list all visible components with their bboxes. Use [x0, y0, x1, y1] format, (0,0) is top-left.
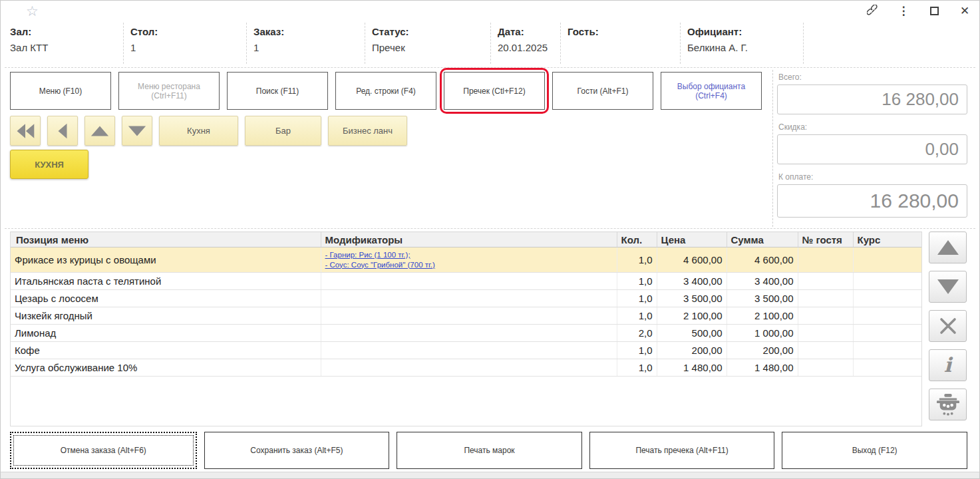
field-waiter: Официант: Белкина А. Г.	[687, 23, 804, 64]
toolbar: Меню (F10) Меню ресторана (Ctrl+F11) Пои…	[10, 72, 762, 110]
item-price: 500,00	[657, 325, 727, 342]
discount-label: Скидка:	[778, 122, 972, 133]
first-page-button[interactable]	[10, 116, 41, 146]
item-course	[853, 290, 922, 307]
table-row[interactable]: Цезарь с лососем 1,0 3 500,00 3 500,00	[11, 290, 922, 307]
to-pay-label: К оплате:	[778, 172, 972, 183]
status-value: Пречек	[372, 40, 484, 56]
field-order: Заказ: 1	[253, 23, 365, 64]
delete-cross-icon	[939, 317, 957, 335]
waiter-label: Официант:	[687, 24, 796, 40]
modifier-link[interactable]: - Гарнир: Рис (1 100 тг.);	[325, 250, 613, 260]
edit-row-button[interactable]: Ред. строки (F4)	[335, 72, 436, 110]
precheck-button[interactable]: Пречек (Ctl+F12)	[444, 72, 545, 110]
item-qty: 1,0	[617, 273, 657, 290]
move-row-down-button[interactable]	[929, 271, 967, 303]
cancel-order-button[interactable]: Отмена заказа (Alt+F6)	[10, 432, 197, 469]
item-modifiers: - Гарнир: Рис (1 100 тг.); - Соус: Соус …	[321, 247, 617, 273]
category-bar-button[interactable]: Бар	[245, 116, 321, 146]
discount-field[interactable]: 0,00	[777, 134, 967, 164]
status-label: Статус:	[372, 24, 484, 40]
table-row[interactable]: Лимонад 2,0 500,00 1 000,00	[11, 325, 922, 342]
table-row[interactable]: Услуга обслуживание 10% 1,0 1 480,00 1 4…	[11, 359, 922, 377]
search-button[interactable]: Поиск (F11)	[227, 72, 328, 110]
table-row[interactable]: Чизкейк ягодный 1,0 2 100,00 2 100,00	[11, 307, 922, 325]
up-arrow-icon	[90, 124, 110, 138]
more-menu-icon[interactable]: ⋮	[896, 3, 911, 19]
item-sum: 3 500,00	[727, 290, 798, 307]
col-qty[interactable]: Кол.	[617, 232, 657, 247]
table-divider	[5, 228, 975, 229]
item-name: Кофе	[11, 342, 321, 359]
table-row[interactable]: Кофе 1,0 200,00 200,00	[11, 342, 922, 359]
col-menu-position[interactable]: Позиция меню	[11, 232, 321, 247]
scroll-up-button[interactable]	[84, 116, 115, 146]
item-modifiers	[321, 325, 617, 342]
save-order-button[interactable]: Сохранить заказ (Alt+F5)	[204, 432, 390, 469]
down-arrow-icon	[127, 124, 147, 138]
send-to-kitchen-button[interactable]	[929, 389, 967, 420]
restore-window-icon[interactable]	[926, 3, 942, 19]
item-sum: 1 000,00	[727, 325, 798, 342]
item-modifiers	[321, 342, 617, 359]
item-price: 3 400,00	[657, 273, 727, 290]
to-pay-field[interactable]: 16 280,00	[777, 184, 967, 218]
col-course[interactable]: Курс	[853, 232, 922, 247]
item-sum: 4 600,00	[727, 247, 798, 273]
precheck-button-label: Пречек (Ctl+F12)	[463, 86, 525, 96]
active-category-kitchen-button[interactable]: КУХНЯ	[10, 150, 88, 179]
item-price: 1 480,00	[657, 359, 727, 377]
guest-label: Гость:	[568, 24, 673, 40]
footer-actions: Отмена заказа (Alt+F6) Сохранить заказ (…	[10, 432, 967, 469]
table-row-selected[interactable]: Фрикасе из курицы с овощами - Гарнир: Ри…	[11, 247, 922, 273]
item-name: Итальянская паста с телятиной	[11, 273, 321, 290]
close-window-icon[interactable]: ✕	[957, 3, 973, 19]
col-guest-number[interactable]: № гостя	[798, 232, 853, 247]
header-divider	[5, 67, 975, 68]
exit-button[interactable]: Выход (F12)	[782, 432, 967, 469]
item-price: 2 100,00	[657, 307, 727, 325]
prev-page-button[interactable]	[47, 116, 78, 146]
col-sum[interactable]: Сумма	[727, 232, 798, 247]
menu-button[interactable]: Меню (F10)	[10, 72, 111, 110]
table-label: Стол:	[130, 24, 240, 40]
field-status: Статус: Пречек	[372, 23, 491, 64]
item-modifiers	[321, 359, 617, 377]
date-label: Дата:	[498, 24, 554, 40]
item-sum: 1 480,00	[727, 359, 798, 377]
total-field[interactable]: 16 280,00	[777, 84, 967, 114]
select-waiter-button[interactable]: Выбор официанта (Ctrl+F4)	[661, 72, 762, 110]
category-business-lunch-button[interactable]: Бизнес ланч	[328, 116, 407, 146]
restaurant-menu-button[interactable]: Меню ресторана (Ctrl+F11)	[118, 72, 220, 110]
print-precheck-button[interactable]: Печать пречека (Alt+F11)	[589, 432, 775, 469]
waiter-value: Белкина А. Г.	[687, 40, 796, 56]
print-marks-button[interactable]: Печать марок	[397, 432, 582, 469]
table-header-row: Позиция меню Модификаторы Кол. Цена Сумм…	[11, 232, 922, 247]
up-arrow-icon	[936, 239, 960, 256]
order-info-header: Зал: Зал КТТ Стол: 1 Заказ: 1 Статус: Пр…	[10, 23, 810, 64]
scroll-down-button[interactable]	[122, 116, 152, 146]
item-name: Лимонад	[11, 325, 321, 342]
modifier-link[interactable]: - Соус: Соус "Грибной" (700 тг.)	[325, 260, 613, 270]
item-modifiers	[321, 290, 617, 307]
item-guest	[798, 247, 853, 273]
total-label: Всего:	[778, 73, 972, 83]
link-icon[interactable]	[865, 3, 881, 19]
item-qty: 1,0	[617, 307, 657, 325]
favorite-star-icon[interactable]: ☆	[26, 3, 39, 19]
category-nav: Кухня Бар Бизнес ланч	[10, 116, 407, 146]
delete-row-button[interactable]	[929, 310, 967, 342]
guests-button[interactable]: Гости (Alt+F1)	[552, 72, 653, 110]
col-modifiers[interactable]: Модификаторы	[321, 232, 617, 247]
double-left-arrow-icon	[15, 122, 36, 140]
category-kitchen-button[interactable]: Кухня	[159, 116, 238, 146]
item-guest	[798, 290, 853, 307]
table-row[interactable]: Итальянская паста с телятиной 1,0 3 400,…	[11, 273, 922, 290]
col-price[interactable]: Цена	[657, 232, 727, 247]
field-hall: Зал: Зал КТТ	[10, 23, 124, 64]
item-guest	[798, 359, 853, 377]
move-row-up-button[interactable]	[929, 232, 967, 263]
item-modifiers	[321, 273, 617, 290]
item-sum: 200,00	[727, 342, 798, 359]
info-button[interactable]: i	[929, 349, 967, 381]
